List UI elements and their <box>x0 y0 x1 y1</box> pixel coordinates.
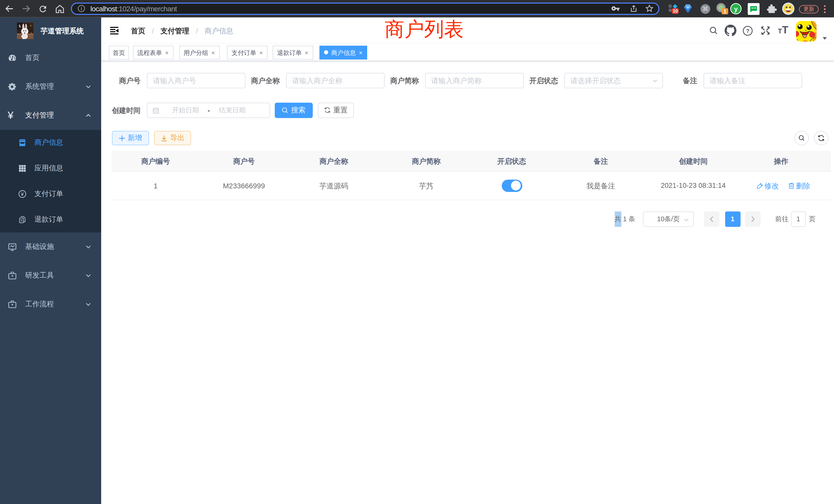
svg-text:¥: ¥ <box>21 191 24 197</box>
svg-text:⌘: ⌘ <box>702 5 708 12</box>
svg-text:?: ? <box>746 27 749 34</box>
svg-text:y: y <box>734 5 738 13</box>
svg-text:1: 1 <box>723 8 726 14</box>
svg-text:10: 10 <box>673 8 678 14</box>
